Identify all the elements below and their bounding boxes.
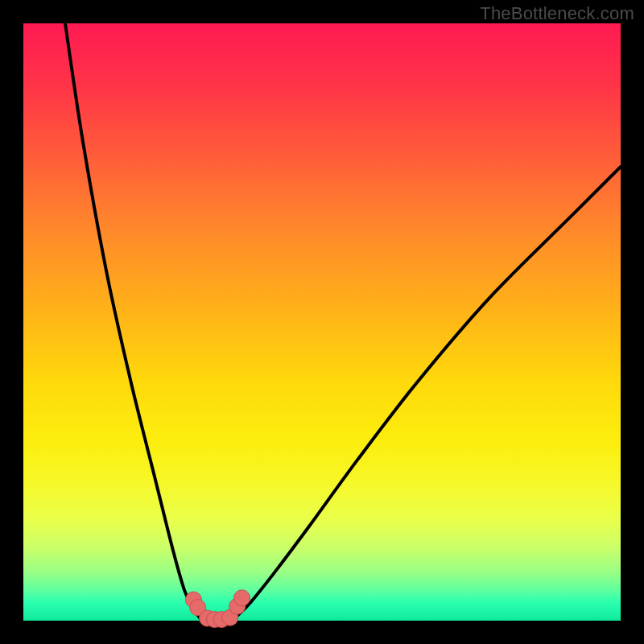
chart-svg <box>0 0 644 644</box>
bottleneck-curve <box>65 23 621 621</box>
watermark-text: TheBottleneck.com <box>480 3 634 24</box>
curve-group <box>65 23 621 621</box>
chart-frame: TheBottleneck.com <box>0 0 644 644</box>
valley-marker <box>234 590 250 606</box>
marker-group <box>185 590 250 628</box>
